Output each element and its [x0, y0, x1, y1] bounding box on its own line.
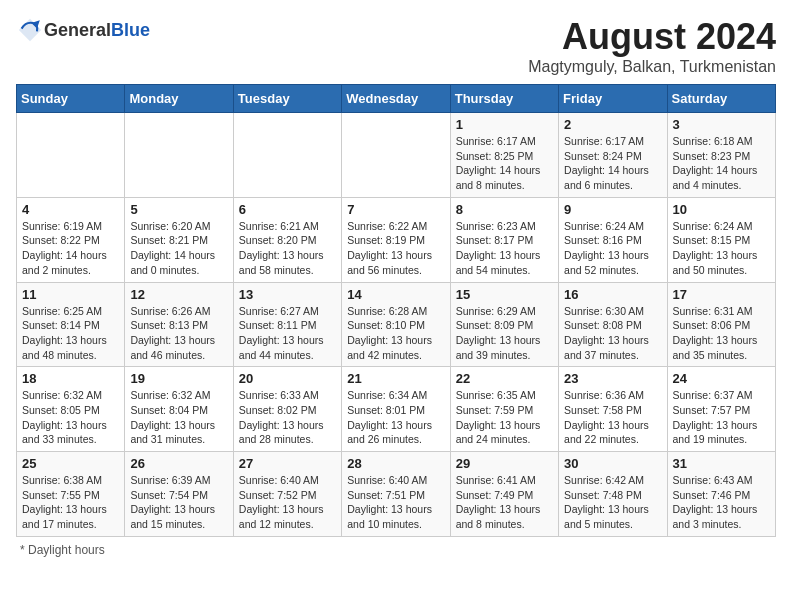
calendar-cell: 13Sunrise: 6:27 AMSunset: 8:11 PMDayligh… — [233, 282, 341, 367]
calendar-cell — [233, 113, 341, 198]
day-info: Sunrise: 6:40 AMSunset: 7:51 PMDaylight:… — [347, 473, 444, 532]
day-info: Sunrise: 6:41 AMSunset: 7:49 PMDaylight:… — [456, 473, 553, 532]
calendar-cell: 24Sunrise: 6:37 AMSunset: 7:57 PMDayligh… — [667, 367, 775, 452]
day-info: Sunrise: 6:21 AMSunset: 8:20 PMDaylight:… — [239, 219, 336, 278]
calendar-cell: 6Sunrise: 6:21 AMSunset: 8:20 PMDaylight… — [233, 197, 341, 282]
logo-general-text: General — [44, 20, 111, 41]
day-info: Sunrise: 6:43 AMSunset: 7:46 PMDaylight:… — [673, 473, 770, 532]
calendar-cell: 16Sunrise: 6:30 AMSunset: 8:08 PMDayligh… — [559, 282, 667, 367]
day-info: Sunrise: 6:33 AMSunset: 8:02 PMDaylight:… — [239, 388, 336, 447]
day-number: 11 — [22, 287, 119, 302]
calendar-cell: 27Sunrise: 6:40 AMSunset: 7:52 PMDayligh… — [233, 452, 341, 537]
calendar-cell: 4Sunrise: 6:19 AMSunset: 8:22 PMDaylight… — [17, 197, 125, 282]
day-info: Sunrise: 6:24 AMSunset: 8:15 PMDaylight:… — [673, 219, 770, 278]
weekday-header-saturday: Saturday — [667, 85, 775, 113]
day-number: 22 — [456, 371, 553, 386]
day-info: Sunrise: 6:26 AMSunset: 8:13 PMDaylight:… — [130, 304, 227, 363]
calendar-week-row: 18Sunrise: 6:32 AMSunset: 8:05 PMDayligh… — [17, 367, 776, 452]
day-info: Sunrise: 6:29 AMSunset: 8:09 PMDaylight:… — [456, 304, 553, 363]
day-info: Sunrise: 6:37 AMSunset: 7:57 PMDaylight:… — [673, 388, 770, 447]
weekday-header-friday: Friday — [559, 85, 667, 113]
calendar-cell: 12Sunrise: 6:26 AMSunset: 8:13 PMDayligh… — [125, 282, 233, 367]
calendar-table: SundayMondayTuesdayWednesdayThursdayFrid… — [16, 84, 776, 537]
calendar-cell: 8Sunrise: 6:23 AMSunset: 8:17 PMDaylight… — [450, 197, 558, 282]
calendar-cell: 7Sunrise: 6:22 AMSunset: 8:19 PMDaylight… — [342, 197, 450, 282]
weekday-header-sunday: Sunday — [17, 85, 125, 113]
day-info: Sunrise: 6:17 AMSunset: 8:24 PMDaylight:… — [564, 134, 661, 193]
day-number: 7 — [347, 202, 444, 217]
calendar-cell: 10Sunrise: 6:24 AMSunset: 8:15 PMDayligh… — [667, 197, 775, 282]
day-number: 5 — [130, 202, 227, 217]
day-number: 30 — [564, 456, 661, 471]
calendar-cell: 3Sunrise: 6:18 AMSunset: 8:23 PMDaylight… — [667, 113, 775, 198]
calendar-cell: 20Sunrise: 6:33 AMSunset: 8:02 PMDayligh… — [233, 367, 341, 452]
day-info: Sunrise: 6:25 AMSunset: 8:14 PMDaylight:… — [22, 304, 119, 363]
day-number: 31 — [673, 456, 770, 471]
day-number: 28 — [347, 456, 444, 471]
logo-blue-text: Blue — [111, 20, 150, 41]
page-header: GeneralBlue August 2024 Magtymguly, Balk… — [16, 16, 776, 76]
calendar-cell: 19Sunrise: 6:32 AMSunset: 8:04 PMDayligh… — [125, 367, 233, 452]
day-number: 21 — [347, 371, 444, 386]
day-info: Sunrise: 6:27 AMSunset: 8:11 PMDaylight:… — [239, 304, 336, 363]
day-info: Sunrise: 6:32 AMSunset: 8:04 PMDaylight:… — [130, 388, 227, 447]
calendar-cell — [17, 113, 125, 198]
day-number: 18 — [22, 371, 119, 386]
calendar-cell: 31Sunrise: 6:43 AMSunset: 7:46 PMDayligh… — [667, 452, 775, 537]
day-info: Sunrise: 6:42 AMSunset: 7:48 PMDaylight:… — [564, 473, 661, 532]
logo: GeneralBlue — [16, 16, 150, 44]
day-number: 2 — [564, 117, 661, 132]
subtitle: Magtymguly, Balkan, Turkmenistan — [528, 58, 776, 76]
day-number: 26 — [130, 456, 227, 471]
day-number: 10 — [673, 202, 770, 217]
day-info: Sunrise: 6:38 AMSunset: 7:55 PMDaylight:… — [22, 473, 119, 532]
day-number: 9 — [564, 202, 661, 217]
calendar-week-row: 4Sunrise: 6:19 AMSunset: 8:22 PMDaylight… — [17, 197, 776, 282]
day-info: Sunrise: 6:36 AMSunset: 7:58 PMDaylight:… — [564, 388, 661, 447]
calendar-cell: 30Sunrise: 6:42 AMSunset: 7:48 PMDayligh… — [559, 452, 667, 537]
day-number: 1 — [456, 117, 553, 132]
day-number: 23 — [564, 371, 661, 386]
day-info: Sunrise: 6:22 AMSunset: 8:19 PMDaylight:… — [347, 219, 444, 278]
weekday-header-thursday: Thursday — [450, 85, 558, 113]
calendar-week-row: 1Sunrise: 6:17 AMSunset: 8:25 PMDaylight… — [17, 113, 776, 198]
day-info: Sunrise: 6:35 AMSunset: 7:59 PMDaylight:… — [456, 388, 553, 447]
calendar-cell: 2Sunrise: 6:17 AMSunset: 8:24 PMDaylight… — [559, 113, 667, 198]
calendar-cell: 11Sunrise: 6:25 AMSunset: 8:14 PMDayligh… — [17, 282, 125, 367]
day-number: 25 — [22, 456, 119, 471]
calendar-week-row: 25Sunrise: 6:38 AMSunset: 7:55 PMDayligh… — [17, 452, 776, 537]
day-info: Sunrise: 6:40 AMSunset: 7:52 PMDaylight:… — [239, 473, 336, 532]
day-number: 12 — [130, 287, 227, 302]
calendar-cell: 5Sunrise: 6:20 AMSunset: 8:21 PMDaylight… — [125, 197, 233, 282]
day-number: 29 — [456, 456, 553, 471]
day-info: Sunrise: 6:18 AMSunset: 8:23 PMDaylight:… — [673, 134, 770, 193]
day-info: Sunrise: 6:28 AMSunset: 8:10 PMDaylight:… — [347, 304, 444, 363]
day-info: Sunrise: 6:17 AMSunset: 8:25 PMDaylight:… — [456, 134, 553, 193]
day-number: 19 — [130, 371, 227, 386]
weekday-header-monday: Monday — [125, 85, 233, 113]
footer-note: * Daylight hours — [16, 543, 776, 557]
calendar-cell: 9Sunrise: 6:24 AMSunset: 8:16 PMDaylight… — [559, 197, 667, 282]
calendar-cell: 1Sunrise: 6:17 AMSunset: 8:25 PMDaylight… — [450, 113, 558, 198]
day-info: Sunrise: 6:19 AMSunset: 8:22 PMDaylight:… — [22, 219, 119, 278]
day-info: Sunrise: 6:30 AMSunset: 8:08 PMDaylight:… — [564, 304, 661, 363]
day-info: Sunrise: 6:24 AMSunset: 8:16 PMDaylight:… — [564, 219, 661, 278]
day-info: Sunrise: 6:39 AMSunset: 7:54 PMDaylight:… — [130, 473, 227, 532]
day-number: 13 — [239, 287, 336, 302]
calendar-cell: 29Sunrise: 6:41 AMSunset: 7:49 PMDayligh… — [450, 452, 558, 537]
calendar-week-row: 11Sunrise: 6:25 AMSunset: 8:14 PMDayligh… — [17, 282, 776, 367]
weekday-header-tuesday: Tuesday — [233, 85, 341, 113]
calendar-cell: 28Sunrise: 6:40 AMSunset: 7:51 PMDayligh… — [342, 452, 450, 537]
calendar-cell: 18Sunrise: 6:32 AMSunset: 8:05 PMDayligh… — [17, 367, 125, 452]
day-number: 14 — [347, 287, 444, 302]
day-number: 17 — [673, 287, 770, 302]
day-info: Sunrise: 6:23 AMSunset: 8:17 PMDaylight:… — [456, 219, 553, 278]
calendar-cell: 22Sunrise: 6:35 AMSunset: 7:59 PMDayligh… — [450, 367, 558, 452]
calendar-cell: 21Sunrise: 6:34 AMSunset: 8:01 PMDayligh… — [342, 367, 450, 452]
day-number: 8 — [456, 202, 553, 217]
calendar-header-row: SundayMondayTuesdayWednesdayThursdayFrid… — [17, 85, 776, 113]
calendar-cell: 25Sunrise: 6:38 AMSunset: 7:55 PMDayligh… — [17, 452, 125, 537]
calendar-cell: 17Sunrise: 6:31 AMSunset: 8:06 PMDayligh… — [667, 282, 775, 367]
day-number: 6 — [239, 202, 336, 217]
calendar-cell: 26Sunrise: 6:39 AMSunset: 7:54 PMDayligh… — [125, 452, 233, 537]
